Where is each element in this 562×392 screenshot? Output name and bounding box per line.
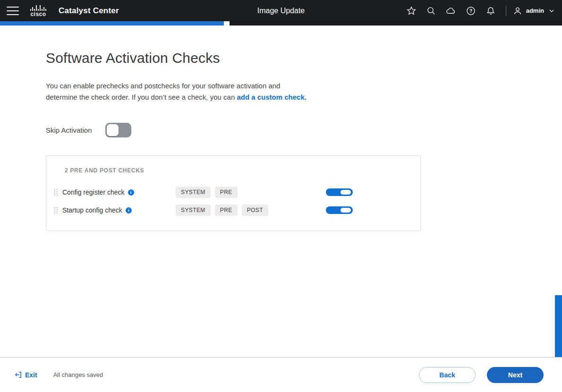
- progress-complete-segment: [0, 21, 224, 26]
- description-line-2: determine the check order. If you don’t …: [46, 93, 237, 101]
- wizard-progress-bar: [0, 21, 562, 26]
- save-status-text: All changes saved: [53, 371, 103, 378]
- page-description: You can enable prechecks and postchecks …: [46, 80, 348, 103]
- check-label: Startup config check: [62, 206, 122, 214]
- toggle-knob: [341, 190, 351, 195]
- check-tags: SYSTEM PRE POST: [176, 205, 326, 216]
- header-actions: ? admin: [403, 3, 555, 18]
- skip-activation-toggle[interactable]: [105, 123, 131, 137]
- toggle-knob: [107, 124, 119, 136]
- exit-label: Exit: [25, 371, 37, 379]
- toggle-knob: [341, 208, 351, 213]
- check-enable-toggle[interactable]: [326, 188, 353, 196]
- check-label: Config register check: [62, 188, 125, 196]
- check-label-wrap: Config register check i: [62, 188, 176, 196]
- search-icon[interactable]: [423, 3, 440, 18]
- drag-handle-icon[interactable]: [54, 188, 59, 196]
- header-left: cisco Catalyst Center: [7, 5, 119, 17]
- page-header-title: Image Update: [257, 7, 305, 15]
- tag-badge: POST: [242, 205, 268, 216]
- footer-left: Exit All changes saved: [14, 371, 103, 379]
- cisco-logo-text: cisco: [30, 11, 46, 17]
- progress-remaining-segment: [230, 21, 562, 26]
- skip-activation-row: Skip Activation: [46, 123, 562, 137]
- header-divider: [506, 6, 506, 16]
- cloud-icon[interactable]: [443, 3, 460, 18]
- check-enable-toggle[interactable]: [326, 206, 353, 214]
- checks-panel: 2 PRE AND POST CHECKS Config register ch…: [46, 155, 421, 231]
- tag-badge: PRE: [215, 187, 238, 198]
- page-title: Software Activation Checks: [46, 50, 562, 66]
- check-label-wrap: Startup config check i: [62, 206, 176, 214]
- help-icon[interactable]: ?: [462, 3, 479, 18]
- check-row-startup-config: Startup config check i SYSTEM PRE POST: [46, 201, 420, 219]
- next-button[interactable]: Next: [487, 367, 544, 383]
- notifications-bell-icon[interactable]: [482, 3, 499, 18]
- wizard-footer: Exit All changes saved Back Next: [0, 357, 562, 392]
- app-header: cisco Catalyst Center Image Update ? adm…: [0, 0, 562, 21]
- hamburger-menu-icon[interactable]: [7, 7, 19, 15]
- exit-icon: [14, 371, 22, 379]
- right-edge-scrollbar[interactable]: [555, 295, 562, 358]
- skip-activation-label: Skip Activation: [46, 126, 92, 134]
- check-tags: SYSTEM PRE: [176, 187, 326, 198]
- cisco-logo-bars: [30, 5, 46, 11]
- tag-badge: SYSTEM: [176, 205, 211, 216]
- tag-badge: SYSTEM: [176, 187, 211, 198]
- info-icon[interactable]: i: [128, 189, 134, 196]
- info-icon[interactable]: i: [126, 207, 132, 213]
- add-custom-check-link[interactable]: add a custom check.: [237, 93, 307, 101]
- tag-badge: PRE: [215, 205, 238, 216]
- drag-handle-icon[interactable]: [54, 206, 59, 214]
- chevron-down-icon: [548, 7, 555, 15]
- check-row-config-register: Config register check i SYSTEM PRE: [46, 183, 420, 201]
- checks-panel-header: 2 PRE AND POST CHECKS: [65, 167, 420, 174]
- progress-gap: [224, 21, 230, 26]
- favorites-star-icon[interactable]: [403, 3, 420, 18]
- user-menu[interactable]: admin: [513, 6, 555, 16]
- main-content: Software Activation Checks You can enabl…: [0, 26, 562, 231]
- user-name: admin: [526, 7, 544, 14]
- svg-text:?: ?: [469, 8, 472, 13]
- brand-title: Catalyst Center: [59, 6, 119, 16]
- back-button[interactable]: Back: [419, 367, 476, 383]
- exit-button[interactable]: Exit: [14, 371, 37, 379]
- cisco-logo: cisco: [30, 5, 46, 17]
- footer-right: Back Next: [419, 367, 544, 383]
- description-line-1: You can enable prechecks and postchecks …: [46, 82, 280, 90]
- user-avatar-icon: [513, 6, 522, 16]
